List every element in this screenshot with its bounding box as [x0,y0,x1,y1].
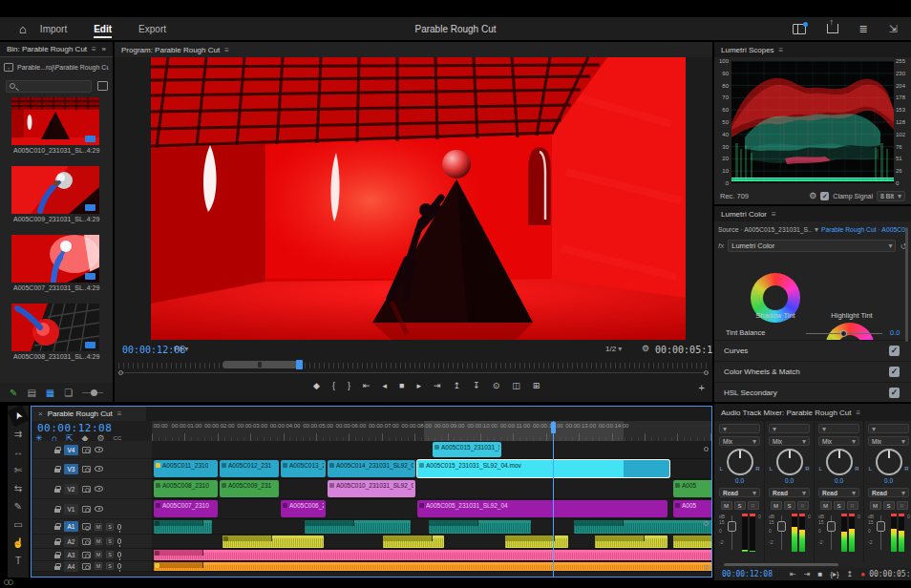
input-assign-dropdown[interactable]: ▾ [818,424,859,433]
program-zoom-bar[interactable] [222,361,303,368]
add-marker-button[interactable]: ◆ [313,381,320,390]
mute-button[interactable]: M [771,501,782,510]
source-patch-icon[interactable] [82,523,91,530]
multi-camera-button[interactable]: ⊞ [533,381,540,390]
timeline-clip[interactable]: A005C008_2310 [154,480,218,497]
timeline-clip[interactable]: A005C007_2310 [154,500,218,517]
slip-tool[interactable]: ⇆ [10,480,27,496]
timeline-clip[interactable]: A005C011_2310 [154,460,218,477]
record-arm-button[interactable]: R [847,501,858,510]
bin-item[interactable]: A005C008_231031_SL..4:29 [11,304,101,360]
record-arm-button[interactable]: R [748,501,759,510]
automation-mode-dropdown[interactable]: Read▾ [818,488,859,497]
tint-balance-value[interactable]: 0.0 [890,328,900,337]
track-target-a1[interactable]: A1 [64,521,78,532]
track-header-v2[interactable]: V2 [32,479,152,499]
ripple-edit-tool[interactable]: ↔ [10,444,27,460]
timeline-clip[interactable]: A005 [673,500,712,517]
lock-icon[interactable] [54,555,60,558]
mute-button[interactable]: M [95,551,102,558]
play-in-to-out-button[interactable]: {▸} [830,570,838,578]
extract-button[interactable]: ↧ [473,381,480,390]
fullscreen-icon[interactable]: ⇲ [889,23,898,35]
mixer-scrollbar[interactable] [724,563,838,566]
track-output-toggle-icon[interactable] [95,486,103,492]
selection-tool[interactable]: ➤ [8,406,29,427]
lock-icon[interactable] [54,541,60,545]
colorspace-label[interactable]: Rec. 709 [720,192,749,200]
source-patch-icon[interactable] [82,506,91,513]
stop-button[interactable]: ■ [817,570,822,578]
audio-clip[interactable] [429,520,531,534]
program-video-frame[interactable] [151,57,686,340]
lumetri-section-color-wheels-match[interactable]: Color Wheels & Match✓ [714,361,911,382]
new-search-bin-icon[interactable] [97,81,108,91]
timeline-clip[interactable]: A005C012_231 [220,460,279,477]
razor-tool[interactable]: ✄ [10,462,27,478]
scrollbar-right-handle[interactable] [704,370,709,375]
scopes-settings-wrench-icon[interactable]: ⚙ [809,191,816,200]
scrollbar-left-handle[interactable] [118,370,123,375]
voiceover-record-icon[interactable] [117,552,121,557]
mixer-panel-tab[interactable]: Audio Track Mixer: Parable Rough Cut ≡ [714,404,911,421]
pan-knob[interactable]: LR [776,449,803,475]
solo-button[interactable]: S [784,501,795,510]
share-icon[interactable] [827,24,838,33]
audio-clip[interactable] [574,520,712,534]
pan-knob[interactable]: LR [876,449,902,475]
timeline-clip[interactable]: A005C009_231 [220,480,279,497]
zoom-level-dropdown[interactable]: Fit ▾ [174,345,188,353]
track-header-a3[interactable]: A3MS [32,549,152,561]
automation-mode-dropdown[interactable]: Read▾ [719,488,760,497]
mark-in-button[interactable]: { [332,381,335,390]
track-resize-handle[interactable] [704,565,709,570]
list-view-icon[interactable]: ▤ [27,388,35,398]
menu-tab-export[interactable]: Export [138,17,166,40]
timeline-clip[interactable]: A005C013_23 [281,460,326,477]
solo-button[interactable]: S [834,501,845,510]
program-scrollbar[interactable] [118,372,709,373]
record-arm-button[interactable]: R [897,501,908,510]
menu-tab-edit[interactable]: Edit [94,17,112,40]
mute-button[interactable]: M [820,501,832,510]
lock-icon[interactable] [54,566,60,570]
mute-button[interactable]: M [870,501,881,510]
fader-handle[interactable] [877,521,885,532]
timeline-ruler[interactable]: :00:0000:00:01:0000:00:02:0000:00:03:000… [152,421,712,441]
source-patch-icon[interactable] [82,447,91,453]
bin-search-field[interactable] [6,80,92,93]
export-button[interactable]: ↥ [847,570,854,578]
section-enable-checkbox[interactable]: ✓ [889,346,900,356]
panel-menu-icon[interactable]: ≡ [779,46,784,54]
program-playhead-handle[interactable] [296,360,303,369]
lock-icon[interactable] [54,469,60,472]
voiceover-record-icon[interactable] [117,538,121,544]
menu-tab-import[interactable]: Import [40,17,67,40]
track-header-a2[interactable]: A2MS [32,535,152,549]
tint-balance-handle[interactable] [840,330,847,337]
go-to-out-button[interactable]: ⇥ [434,381,441,390]
bin-item[interactable]: A005C007_231031_SL..4:29 [11,235,101,291]
panel-scrollbar[interactable] [905,227,908,342]
pan-knob[interactable]: LR [826,449,853,475]
freeform-view-icon[interactable]: ❏ [64,388,73,398]
timeline-clip[interactable]: A005C006_23 [281,500,326,517]
track-resize-handle[interactable] [704,447,709,452]
quick-export-panel-icon[interactable] [793,24,806,34]
source-patch-icon[interactable] [82,552,91,558]
track-lanes[interactable]: A005C015_231031_SL92_0A005C011_2310A005C… [152,441,712,577]
track-output-toggle-icon[interactable] [95,466,103,472]
solo-button[interactable]: S [106,523,114,531]
track-output-toggle-icon[interactable] [95,506,103,512]
audio-clip[interactable] [154,520,212,534]
timeline-clip[interactable]: A005C014_231031_SL92_04.mov [328,460,415,477]
pen-tool[interactable]: ✎ [10,498,27,514]
track-target-v4[interactable]: V4 [64,445,78,455]
lock-icon[interactable] [54,450,60,453]
type-tool[interactable]: T [10,553,27,569]
timeline-panel-tab[interactable]: × Parable Rough Cut ≡ [32,407,146,421]
step-back-button[interactable]: ◂ [383,381,388,390]
timeline-clip[interactable]: A005C005_231031_SL92_04 [417,500,667,517]
panel-menu-icon[interactable]: ≡ [117,410,122,418]
panel-menu-icon[interactable]: ≡ [857,409,861,417]
